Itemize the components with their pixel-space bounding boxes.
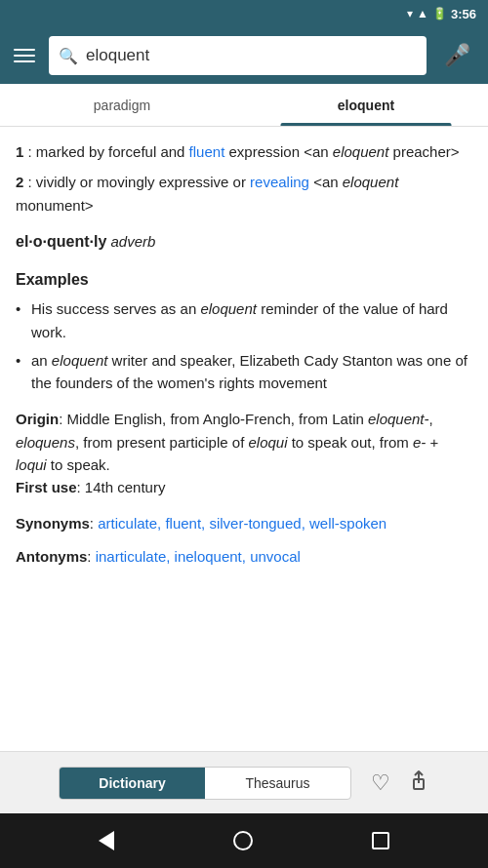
origin-text3: , from present participle of	[75, 434, 249, 451]
search-input[interactable]	[86, 46, 417, 65]
bottom-tab-thesaurus[interactable]: Thesaurus	[205, 768, 350, 799]
status-time: 3:56	[451, 7, 476, 21]
origin-text6: to speak.	[47, 456, 110, 473]
share-icon[interactable]	[408, 769, 429, 797]
bottom-tab-dictionary[interactable]: Dictionary	[60, 768, 205, 799]
signal-icon: ▾	[407, 7, 413, 20]
action-icons: ♡	[371, 769, 429, 797]
synonyms-label: Synonyms	[16, 515, 90, 532]
heart-icon[interactable]: ♡	[371, 770, 390, 796]
search-bar: 🔍	[49, 36, 427, 75]
wifi-icon: ▲	[417, 7, 428, 20]
def-link-revealing[interactable]: revealing	[250, 174, 309, 190]
first-use-label: First use	[16, 479, 77, 495]
content-area: 1 : marked by forceful and fluent expres…	[0, 127, 488, 751]
origin-italic3: eloqui	[248, 434, 287, 451]
antonyms-colon: :	[87, 548, 95, 565]
ex1-text1: His success serves as an	[31, 300, 200, 317]
antonyms-section: Antonyms: inarticulate, ineloquent, unvo…	[16, 545, 472, 568]
synonyms-items[interactable]: articulate, fluent, silver-tongued, well…	[98, 515, 386, 532]
recents-button[interactable]	[364, 824, 397, 857]
def-text1-1: marked by forceful and	[32, 143, 189, 160]
origin-italic1: eloquent-	[368, 411, 429, 427]
back-button[interactable]	[91, 823, 122, 858]
origin-label: Origin	[16, 411, 59, 427]
def-colon-2: :	[23, 174, 31, 190]
back-icon	[99, 831, 114, 850]
origin-italic4: e-	[413, 434, 426, 451]
origin-italic5: loqui	[16, 456, 47, 473]
examples-title: Examples	[16, 268, 472, 293]
battery-icon: 🔋	[432, 7, 447, 20]
pos-label: adverb	[106, 233, 155, 250]
def-link-fluent[interactable]: fluent	[189, 143, 225, 160]
menu-button[interactable]	[10, 45, 39, 66]
def-text3-1: preacher>	[388, 143, 459, 160]
origin-text1: : Middle English, from Anglo-French, fro…	[59, 411, 368, 427]
origin-text5: +	[426, 434, 438, 451]
antonyms-label: Antonyms	[16, 548, 87, 565]
first-use-text: : 14th century	[77, 479, 166, 495]
recent-icon	[372, 832, 389, 849]
example-2: an eloquent writer and speaker, Elizabet…	[16, 349, 472, 395]
def-italic-2: eloquent	[343, 174, 399, 190]
definition-1: 1 : marked by forceful and fluent expres…	[16, 140, 472, 163]
tab-paradigm[interactable]: paradigm	[0, 84, 244, 126]
word-form: el·o·quent·ly adverb	[16, 230, 472, 255]
def-text1-2: vividly or movingly expressive or	[32, 174, 250, 190]
examples-list: His success serves as an eloquent remind…	[16, 297, 472, 394]
synonyms-colon: :	[90, 515, 98, 532]
mic-button[interactable]: 🎤	[436, 39, 478, 72]
nav-bar	[0, 813, 488, 868]
origin-italic2: eloquens	[16, 434, 75, 451]
tab-eloquent[interactable]: eloquent	[244, 84, 488, 126]
def-text3-2: monument>	[16, 197, 94, 214]
origin-text2: ,	[429, 411, 433, 427]
status-bar: ▾ ▲ 🔋 3:56	[0, 0, 488, 27]
tab-bar: paradigm eloquent	[0, 84, 488, 127]
home-button[interactable]	[225, 823, 261, 858]
definition-2: 2 : vividly or movingly expressive or re…	[16, 171, 472, 217]
def-text2-2: <an	[309, 174, 343, 190]
home-icon	[233, 831, 253, 850]
example-1: His success serves as an eloquent remind…	[16, 297, 472, 343]
def-text2-1: expression <an	[224, 143, 333, 160]
def-colon-1: :	[23, 143, 31, 160]
top-bar: 🔍 🎤	[0, 27, 488, 84]
ex1-italic: eloquent	[200, 300, 257, 317]
origin-section: Origin: Middle English, from Anglo-Frenc…	[16, 408, 472, 498]
synonyms-section: Synonyms: articulate, fluent, silver-ton…	[16, 512, 472, 534]
examples-section: Examples His success serves as an eloque…	[16, 268, 472, 395]
ex2-text1: an	[31, 352, 52, 369]
antonyms-items[interactable]: inarticulate, ineloquent, unvocal	[96, 548, 301, 565]
search-icon: 🔍	[59, 47, 78, 65]
bottom-tabs: Dictionary Thesaurus	[59, 767, 351, 800]
bottom-bar: Dictionary Thesaurus ♡	[0, 751, 488, 813]
status-icons: ▾ ▲ 🔋 3:56	[407, 7, 476, 21]
headword: el·o·quent·ly	[16, 233, 106, 250]
ex2-italic: eloquent	[52, 352, 108, 369]
origin-text4: to speak out, from	[288, 434, 413, 451]
def-italic-1: eloquent	[333, 143, 389, 160]
